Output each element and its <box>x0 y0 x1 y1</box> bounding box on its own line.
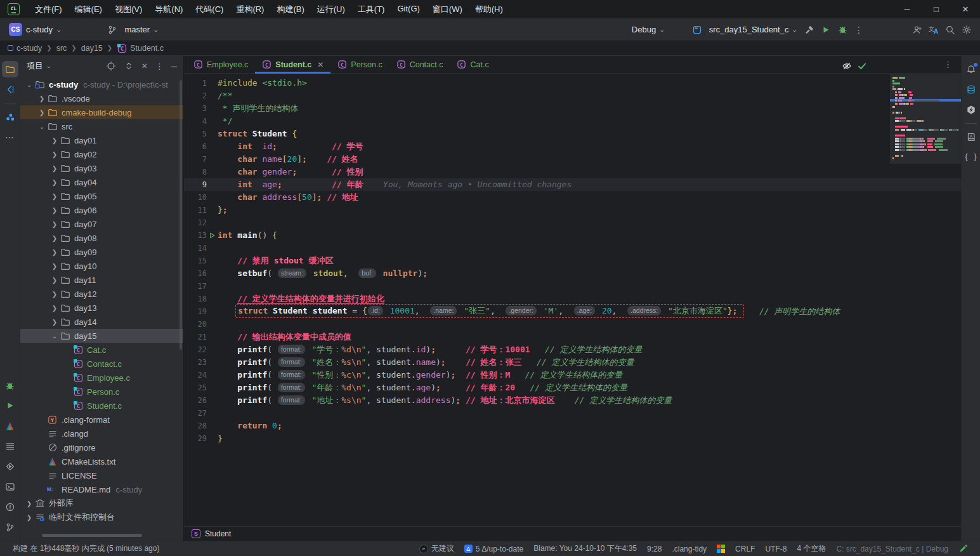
maximize-button[interactable]: □ <box>922 0 951 19</box>
chevron-right-icon[interactable]: ❯ <box>49 179 60 186</box>
tab-options-button[interactable]: ⋮ <box>944 59 952 69</box>
run-button[interactable] <box>818 22 834 38</box>
chevron-down-icon[interactable]: ⌄ <box>24 81 34 88</box>
code-line-4[interactable]: 4 */ <box>184 115 961 128</box>
code-line-13[interactable]: 13int main() { <box>184 229 961 242</box>
tree-item-employee.c[interactable]: CEmployee.c <box>20 371 183 385</box>
tree-item-day08[interactable]: ❯day08 <box>20 231 183 245</box>
chevron-right-icon[interactable]: ❯ <box>37 95 47 102</box>
tree-item-day14[interactable]: ❯day14 <box>20 315 183 329</box>
menu-item[interactable]: 代码(C) <box>189 2 230 17</box>
status-item[interactable]: 4 个空格 <box>792 543 831 554</box>
tree-item-license[interactable]: LICENSE <box>20 468 183 482</box>
code-line-1[interactable]: 1#include <stdio.h> <box>184 77 961 89</box>
debug-button[interactable] <box>834 22 851 38</box>
chevron-right-icon[interactable]: ❯ <box>49 249 60 256</box>
expand-icon[interactable] <box>124 61 134 71</box>
status-item-delta[interactable]: Δ5 Δ/up-to-date <box>459 545 528 553</box>
vcs-widget[interactable]: master ⌄ <box>100 22 162 38</box>
status-item-windows-logo[interactable] <box>712 545 730 553</box>
status-item[interactable]: UTF-8 <box>760 545 792 553</box>
chevron-right-icon[interactable]: ❯ <box>24 514 34 521</box>
code-line-25[interactable]: 25 printf( format: "年龄：%d\n", student.ag… <box>184 381 961 394</box>
kebab-icon[interactable]: ⋮ <box>155 62 164 71</box>
code-line-12[interactable]: 12 <box>184 216 961 229</box>
code-line-7[interactable]: 7 char name[20]; // 姓名 <box>184 153 961 166</box>
project-panel-title[interactable]: 项目 <box>27 60 43 72</box>
tree-item-day01[interactable]: ❯day01 <box>20 133 183 147</box>
status-item[interactable]: CRLF <box>730 545 760 553</box>
breadcrumb-item[interactable]: day15 <box>81 44 103 53</box>
tree-item-c-study[interactable]: ⌄c-studyc-study - D:\project\c-st <box>20 77 183 91</box>
translate-button[interactable]: 文A <box>925 22 942 38</box>
mode-selector[interactable]: Debug ⌄ <box>628 25 669 34</box>
code-editor[interactable]: 1#include <stdio.h>2/**3 * 声明学生的结构体4 */5… <box>184 74 961 445</box>
tab-cat-c[interactable]: CCat.c <box>450 56 495 73</box>
close-button[interactable]: ✕ <box>951 0 980 19</box>
tree-item-day05[interactable]: ❯day05 <box>20 189 183 203</box>
run-gutter-icon[interactable] <box>209 232 216 239</box>
tree-item-.clang-format[interactable]: Y.clang-format <box>20 413 183 427</box>
code-line-3[interactable]: 3 * 声明学生的结构体 <box>184 102 961 115</box>
tree-item-cat.c[interactable]: CCat.c <box>20 343 183 357</box>
chevron-right-icon[interactable]: ❯ <box>49 291 60 298</box>
build-button[interactable] <box>801 22 818 38</box>
code-line-14[interactable]: 14 <box>184 242 961 255</box>
debug-bug-icon[interactable] <box>2 377 18 394</box>
status-item-ai-suggest[interactable]: »无建议 <box>414 543 459 554</box>
chevron-right-icon[interactable]: ❯ <box>37 109 47 116</box>
code-line-21[interactable]: 21 // 输出结构体变量中成员的值 <box>184 331 961 343</box>
notifications-bell-icon[interactable] <box>963 61 979 77</box>
tree-item-student.c[interactable]: CStudent.c <box>20 399 183 413</box>
tree-item-day07[interactable]: ❯day07 <box>20 217 183 231</box>
code-line-20[interactable]: 20 <box>184 318 961 331</box>
structure-icon[interactable] <box>2 109 18 125</box>
status-item[interactable]: .clang-tidy <box>667 545 712 553</box>
breadcrumb-item[interactable]: CStudent.c <box>117 43 164 53</box>
run-config-selector[interactable]: src_day15_Student_c ⌄ <box>685 22 801 38</box>
tab-employee-c[interactable]: CEmployee.c <box>186 56 255 73</box>
tree-item-cmake-build-debug[interactable]: ❯cmake-build-debug <box>20 105 183 119</box>
chevron-right-icon[interactable]: ❯ <box>49 235 60 242</box>
braces-icon[interactable]: { } <box>963 149 979 166</box>
menu-item[interactable]: 构建(B) <box>270 2 310 17</box>
code-line-22[interactable]: 22 printf( format: "学号：%d\n", student.id… <box>184 343 961 356</box>
tree-item-day13[interactable]: ❯day13 <box>20 301 183 315</box>
terminal-icon[interactable] <box>2 479 18 495</box>
menu-item[interactable]: 窗口(W) <box>426 2 469 17</box>
code-line-29[interactable]: 29} <box>184 432 961 445</box>
tree-item-day03[interactable]: ❯day03 <box>20 161 183 175</box>
code-line-17[interactable]: 17 <box>184 280 961 293</box>
menu-item[interactable]: 导航(N) <box>148 2 189 17</box>
code-line-6[interactable]: 6 int id; // 学号 <box>184 140 961 153</box>
problems-icon[interactable] <box>2 499 18 515</box>
code-minimap[interactable] <box>890 74 961 164</box>
project-widget[interactable]: CS c-study ⌄ <box>5 23 65 36</box>
close-icon[interactable]: ✕ <box>317 60 323 69</box>
chevron-right-icon[interactable]: ❯ <box>49 207 60 214</box>
locate-icon[interactable] <box>106 61 116 71</box>
menu-item[interactable]: 文件(F) <box>29 2 69 17</box>
tree-item-day15[interactable]: ⌄day15 <box>20 329 183 343</box>
menu-item[interactable]: 工具(T) <box>351 2 391 17</box>
build-status[interactable]: 构建 在 1秒448毫秒 内完成 (5 minutes ago) <box>8 543 164 554</box>
status-item[interactable]: Blame: You 24-10-10 下午4:35 <box>528 543 642 554</box>
tab-person-c[interactable]: CPerson.c <box>330 56 389 73</box>
breadcrumb-struct-name[interactable]: Student <box>205 529 231 538</box>
run-icon[interactable] <box>2 397 18 414</box>
code-line-23[interactable]: 23 printf( format: "姓名：%s\n", student.na… <box>184 356 961 369</box>
tree-vertical-scrollbar[interactable] <box>180 80 182 350</box>
tree-item-person.c[interactable]: CPerson.c <box>20 385 183 399</box>
breadcrumb-item[interactable]: src <box>56 44 67 53</box>
code-line-5[interactable]: 5struct Student { <box>184 128 961 140</box>
tab-contact-c[interactable]: CContact.c <box>389 56 450 73</box>
add-user-button[interactable] <box>909 22 925 38</box>
code-line-2[interactable]: 2/** <box>184 89 961 102</box>
code-line-15[interactable]: 15 // 禁用 stdout 缓冲区 <box>184 255 961 267</box>
status-item[interactable]: C: src_day15_Student_c | Debug <box>831 545 953 553</box>
code-line-8[interactable]: 8 char gender; // 性别 <box>184 166 961 178</box>
no-problems-check-icon[interactable] <box>857 61 867 71</box>
dictionary-book-icon[interactable]: A <box>963 129 979 145</box>
tree-item-day10[interactable]: ❯day10 <box>20 259 183 273</box>
chevron-down-icon[interactable]: ⌄ <box>49 333 60 340</box>
